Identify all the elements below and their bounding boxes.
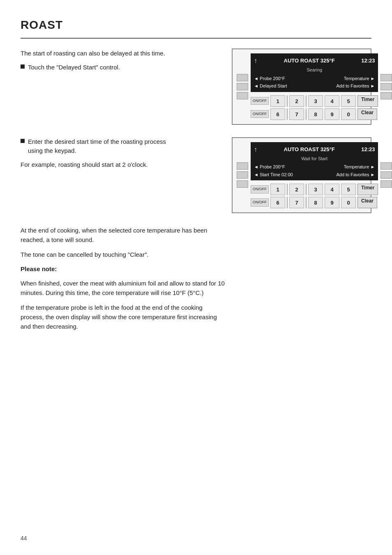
panel2-inner: ↑ AUTO ROAST 325°F 12:23 Wait for Start … bbox=[251, 142, 378, 209]
page-number: 44 bbox=[21, 534, 27, 543]
side-btn-left-1[interactable] bbox=[237, 74, 248, 81]
panel2-key-3[interactable]: 3 bbox=[308, 184, 323, 195]
panel2-key-2[interactable]: 2 bbox=[289, 184, 304, 195]
panel1-temp: Temperature ► bbox=[344, 75, 375, 82]
panel1-sep1 bbox=[287, 95, 288, 107]
section1: The start of roasting can also be delaye… bbox=[21, 48, 371, 125]
panel1-key-1[interactable]: 1 bbox=[270, 95, 285, 107]
panel2-sep4 bbox=[306, 197, 307, 208]
section3-note1: When finished, cover the meat with alumi… bbox=[21, 279, 226, 298]
panel2-add-favorites: Add to Favorites ► bbox=[336, 171, 375, 178]
panel2-key-1[interactable]: 1 bbox=[270, 184, 285, 195]
section1-bullet1-text: Touch the "Delayed Start" control. bbox=[28, 63, 120, 72]
panel1-inner: ↑ AUTO ROAST 325°F 12:23 Searing ◄ Probe… bbox=[251, 53, 378, 120]
side-btn-right-2[interactable] bbox=[380, 83, 392, 90]
panel2-display-top: ↑ AUTO ROAST 325°F 12:23 bbox=[254, 145, 375, 154]
panel1-display: ↑ AUTO ROAST 325°F 12:23 Searing ◄ Probe… bbox=[251, 53, 378, 92]
section2: Enter the desired start time of the roas… bbox=[21, 137, 371, 214]
panel2-probe-val: 200°F bbox=[273, 164, 285, 170]
panel2-col: ↑ AUTO ROAST 325°F 12:23 Wait for Start … bbox=[189, 137, 371, 214]
panel2-temp: Temperature ► bbox=[344, 164, 375, 170]
panel1-onoff1[interactable]: ON/OFF bbox=[251, 97, 269, 105]
panel2-up-arrow: ↑ bbox=[254, 145, 257, 154]
panel2-display-subtitle: Wait for Start bbox=[254, 155, 375, 162]
panel1-display-row1: ◄ Probe 200°F Temperature ► bbox=[254, 75, 375, 82]
side-btn2-left-1[interactable] bbox=[237, 162, 248, 170]
divider bbox=[21, 38, 371, 39]
panel1-display-top: ↑ AUTO ROAST 325°F 12:23 bbox=[254, 56, 375, 66]
panel2-timer-btn[interactable]: Timer bbox=[357, 184, 378, 195]
panel2-keyrow2: ON/OFF 6 7 8 9 0 Clear bbox=[251, 197, 378, 208]
side-btn2-right-3[interactable] bbox=[380, 180, 392, 188]
panel1-key-7[interactable]: 7 bbox=[289, 108, 304, 120]
panel2-onoff1[interactable]: ON/OFF bbox=[251, 185, 269, 193]
side-btn2-left-2[interactable] bbox=[237, 171, 248, 179]
panel1-display-row2: ◄ Delayed Start Add to Favorites ► bbox=[254, 83, 375, 90]
panel2-onoff2[interactable]: ON/OFF bbox=[251, 198, 269, 207]
panel1-probe: ◄ Probe 200°F bbox=[254, 75, 285, 82]
section2-bullet1-text: Enter the desired start time of the roas… bbox=[28, 137, 177, 156]
panel2-sep3 bbox=[287, 197, 288, 208]
panel1-keyrow2: ON/OFF 6 7 8 9 0 Clear bbox=[251, 108, 378, 120]
panel1-key-8[interactable]: 8 bbox=[308, 108, 323, 120]
panel2-probe: ◄ Probe 200°F bbox=[254, 164, 285, 170]
panel2-display: ↑ AUTO ROAST 325°F 12:23 Wait for Start … bbox=[251, 142, 378, 181]
panel2-key-9[interactable]: 9 bbox=[325, 197, 339, 208]
panel1-key-9[interactable]: 9 bbox=[325, 108, 339, 120]
panel1-keyrow1: ON/OFF 1 2 3 4 5 Timer bbox=[251, 95, 378, 107]
panel2-key-8[interactable]: 8 bbox=[308, 197, 323, 208]
panel1-add-favorites: Add to Favorites ► bbox=[336, 83, 375, 90]
panel1-right-buttons bbox=[380, 53, 392, 120]
panel1-clear-btn[interactable]: Clear bbox=[357, 108, 377, 120]
side-btn-left-2[interactable] bbox=[237, 83, 248, 90]
side-btn2-left-3[interactable] bbox=[237, 180, 248, 188]
panel2-right-buttons bbox=[380, 142, 392, 209]
panel1-key-4[interactable]: 4 bbox=[325, 95, 339, 107]
oven-panel-1: ↑ AUTO ROAST 325°F 12:23 Searing ◄ Probe… bbox=[232, 48, 371, 125]
panel1-probe-label: ◄ Probe bbox=[254, 75, 272, 82]
panel1-sep4 bbox=[306, 108, 307, 120]
panel1-up-arrow: ↑ bbox=[254, 56, 257, 66]
side-btn2-right-1[interactable] bbox=[380, 162, 392, 170]
panel2-probe-label: ◄ Probe bbox=[254, 164, 272, 170]
section2-text: Enter the desired start time of the roas… bbox=[21, 137, 177, 174]
panel1-key-0[interactable]: 0 bbox=[341, 108, 356, 120]
panel2-keypad: ON/OFF 1 2 3 4 5 Timer ON/OFF 6 bbox=[251, 184, 378, 208]
panel2-key-5[interactable]: 5 bbox=[341, 184, 356, 195]
section3-note2: If the temperature probe is left in the … bbox=[21, 303, 226, 332]
panel2-key-0[interactable]: 0 bbox=[341, 197, 356, 208]
panel2-display-row1: ◄ Probe 200°F Temperature ► bbox=[254, 164, 375, 170]
section1-text: The start of roasting can also be delaye… bbox=[21, 48, 177, 76]
panel2-display-row2: ◄ Start Time 02:00 Add to Favorites ► bbox=[254, 171, 375, 178]
side-btn-left-3[interactable] bbox=[237, 92, 248, 99]
panel2-key-6[interactable]: 6 bbox=[270, 197, 285, 208]
panel2-start-time: ◄ Start Time 02:00 bbox=[254, 171, 293, 178]
panel1-display-title: AUTO ROAST 325°F bbox=[257, 57, 361, 65]
panel2-key-7[interactable]: 7 bbox=[289, 197, 304, 208]
section3-para2: The tone can be cancelled by touching "C… bbox=[21, 250, 226, 259]
panel1-key-5[interactable]: 5 bbox=[341, 95, 356, 107]
panel1-col: ↑ AUTO ROAST 325°F 12:23 Searing ◄ Probe… bbox=[189, 48, 371, 125]
panel2-sep2 bbox=[306, 184, 307, 195]
panel2-display-title: AUTO ROAST 325°F bbox=[257, 145, 361, 154]
panel1-onoff2[interactable]: ON/OFF bbox=[251, 110, 269, 118]
panel2-clear-btn[interactable]: Clear bbox=[357, 197, 377, 208]
bullet-icon2 bbox=[21, 139, 25, 143]
panel1-sep3 bbox=[287, 108, 288, 120]
panel1-outer: ↑ AUTO ROAST 325°F 12:23 Searing ◄ Probe… bbox=[237, 53, 367, 120]
side-btn-right-3[interactable] bbox=[380, 92, 392, 99]
panel1-display-subtitle: Searing bbox=[254, 67, 375, 74]
panel1-display-time: 12:23 bbox=[361, 57, 375, 65]
page-title: ROAST bbox=[21, 16, 371, 34]
panel2-sep1 bbox=[287, 184, 288, 195]
panel2-keyrow1: ON/OFF 1 2 3 4 5 Timer bbox=[251, 184, 378, 195]
panel2-display-time: 12:23 bbox=[361, 145, 375, 154]
side-btn2-right-2[interactable] bbox=[380, 171, 392, 179]
panel1-timer-btn[interactable]: Timer bbox=[357, 95, 378, 107]
panel2-key-4[interactable]: 4 bbox=[325, 184, 339, 195]
panel1-key-6[interactable]: 6 bbox=[270, 108, 285, 120]
section2-bullet1: Enter the desired start time of the roas… bbox=[21, 137, 177, 156]
side-btn-right-1[interactable] bbox=[380, 74, 392, 81]
panel1-key-2[interactable]: 2 bbox=[289, 95, 304, 107]
panel1-key-3[interactable]: 3 bbox=[308, 95, 323, 107]
